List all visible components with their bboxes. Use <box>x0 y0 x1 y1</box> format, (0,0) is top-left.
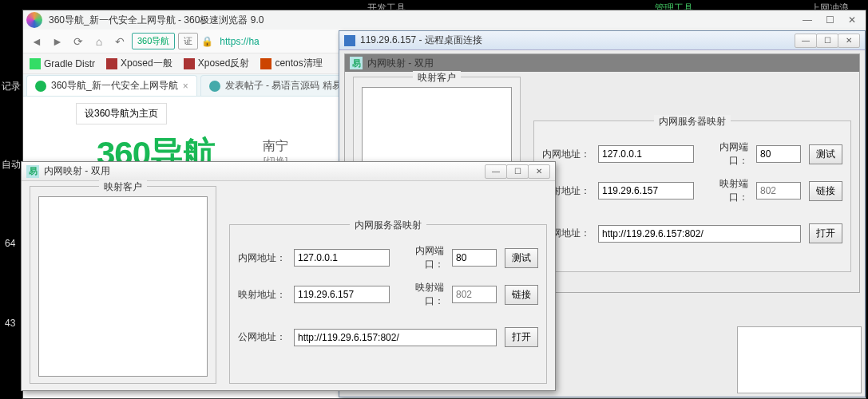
remote-link-button[interactable]: 链接 <box>809 181 842 201</box>
bookmark-item[interactable]: Xposed反射 <box>184 57 250 70</box>
bookmark-item[interactable]: centos清理 <box>260 57 322 70</box>
bg-left-label: 64 <box>5 238 15 249</box>
rdp-maximize-button[interactable]: ☐ <box>816 34 838 48</box>
forward-icon[interactable]: ► <box>49 33 66 50</box>
browser-title: 360导航_新一代安全上网导航 - 360极速浏览器 9.0 <box>49 14 795 27</box>
lbl-map-port: 映射端口： <box>702 177 748 204</box>
bookmark-icon <box>260 58 271 69</box>
local-form-row1: 内网地址： 内网端口： 测试 <box>238 244 538 271</box>
local-app-titlebar[interactable]: 易 内网映射 - 双用 — ☐ ✕ <box>22 162 555 181</box>
group-title: 内网服务器映射 <box>654 115 731 128</box>
bookmark-label: Gradle Distr <box>44 58 95 69</box>
local-open-button[interactable]: 打开 <box>505 327 538 347</box>
local-form-row3: 公网地址： 打开 <box>238 327 538 347</box>
addr-chip-cert[interactable]: 证 <box>178 33 198 49</box>
set-homepage-button[interactable]: 设360导航为主页 <box>76 103 167 124</box>
remote-form-row1: 内网地址： 内网端口： 测试 <box>542 140 842 168</box>
local-map-addr-input[interactable] <box>294 286 390 303</box>
remote-app-title: 内网映射 - 双用 <box>367 57 854 70</box>
undo-icon[interactable]: ↶ <box>111 33 129 50</box>
close-button[interactable]: ✕ <box>842 13 862 27</box>
browser-logo-icon <box>26 12 42 28</box>
city-name: 南宁 <box>263 138 288 155</box>
bookmark-item[interactable]: Xposed一般 <box>106 57 172 70</box>
bookmark-icon <box>184 58 195 69</box>
local-link-button[interactable]: 链接 <box>505 285 538 305</box>
local-app-title: 内网映射 - 双用 <box>44 164 481 178</box>
local-minimize-button[interactable]: — <box>485 164 507 179</box>
remote-pub-addr-input[interactable] <box>598 225 801 243</box>
addr-url[interactable]: https://ha <box>220 36 259 47</box>
remote-form-row2: 映射地址： 映射端口： 链接 <box>542 177 842 204</box>
bg-left-label: 自动 <box>2 158 21 172</box>
lbl-inner-port: 内网端口： <box>702 140 748 168</box>
browser-titlebar[interactable]: 360导航_新一代安全上网导航 - 360极速浏览器 9.0 — ☐ ✕ <box>23 10 866 30</box>
maximize-button[interactable]: ☐ <box>819 13 840 27</box>
reload-icon[interactable]: ⟳ <box>69 33 87 50</box>
remote-form-row3: 公网地址： 打开 <box>542 223 842 243</box>
bg-left-label: 记录 <box>2 80 21 93</box>
tab-active[interactable]: 360导航_新一代安全上网导航 × <box>26 75 197 96</box>
local-left-group: 映射客户 <box>30 186 216 384</box>
bookmark-label: Xposed反射 <box>198 57 250 70</box>
addr-chip-nav[interactable]: 360导航 <box>132 33 175 49</box>
rdp-title: 119.29.6.157 - 远程桌面连接 <box>360 34 791 47</box>
bookmark-item[interactable]: Gradle Distr <box>30 58 95 69</box>
rdp-minimize-button[interactable]: — <box>795 34 817 48</box>
tab-favicon <box>35 81 46 92</box>
local-test-button[interactable]: 测试 <box>505 248 538 268</box>
remote-app-titlebar[interactable]: 易 内网映射 - 双用 <box>345 54 859 72</box>
remote-inner-port-input[interactable] <box>756 145 801 163</box>
lbl-map-addr: 映射地址： <box>238 288 286 302</box>
rdp-titlebar[interactable]: 119.29.6.157 - 远程桌面连接 — ☐ ✕ <box>339 31 865 50</box>
home-icon[interactable]: ⌂ <box>90 33 108 50</box>
bookmark-icon <box>106 58 117 69</box>
local-close-button[interactable]: ✕ <box>528 164 550 179</box>
back-icon[interactable]: ◄ <box>28 33 46 50</box>
lbl-map-port: 映射端口： <box>398 281 444 308</box>
minimize-button[interactable]: — <box>797 13 818 27</box>
remote-inner-addr-input[interactable] <box>598 145 694 163</box>
bookmark-label: Xposed一般 <box>121 57 172 70</box>
extra-panel[interactable] <box>737 326 862 393</box>
yi-icon: 易 <box>350 57 363 69</box>
lbl-inner-port: 内网端口： <box>398 244 444 271</box>
remote-right-group: 内网服务器映射 内网地址： 内网端口： 测试 映射地址： 映射端口： <box>533 120 851 272</box>
local-right-group: 内网服务器映射 内网地址： 内网端口： 测试 映射地址： 映射端口： 链接 公网… <box>229 224 547 384</box>
tab-favicon <box>209 81 220 92</box>
local-inner-port-input[interactable] <box>452 249 497 267</box>
group-title: 映射客户 <box>413 71 461 85</box>
local-client-listbox[interactable] <box>38 196 208 377</box>
local-pub-addr-input[interactable] <box>294 329 497 346</box>
lock-icon: 🔒 <box>201 36 213 47</box>
rdp-icon <box>344 35 355 46</box>
group-title: 内网服务器映射 <box>350 219 426 232</box>
local-map-port-input[interactable] <box>452 286 497 303</box>
remote-open-button[interactable]: 打开 <box>809 223 842 243</box>
remote-test-button[interactable]: 测试 <box>809 144 842 164</box>
local-app-window: 易 内网映射 - 双用 — ☐ ✕ 映射客户 内网服务器映射 内网地址： 内网端… <box>21 161 556 391</box>
bg-left-label: 43 <box>5 318 15 329</box>
yi-icon: 易 <box>26 165 39 178</box>
rdp-close-button[interactable]: ✕ <box>838 34 860 48</box>
lbl-inner-addr: 内网地址： <box>238 251 286 265</box>
remote-map-port-input[interactable] <box>756 182 801 200</box>
local-inner-addr-input[interactable] <box>294 249 390 267</box>
lbl-inner-addr: 内网地址： <box>542 148 590 161</box>
local-form-row2: 映射地址： 映射端口： 链接 <box>238 281 538 308</box>
lbl-pub-addr: 公网地址： <box>238 330 286 344</box>
bookmark-icon <box>30 58 41 69</box>
tab-label: 360导航_新一代安全上网导航 <box>51 79 178 93</box>
tab-close-icon[interactable]: × <box>183 81 188 92</box>
group-title: 映射客户 <box>99 180 147 194</box>
bookmark-label: centos清理 <box>275 57 322 70</box>
local-maximize-button[interactable]: ☐ <box>506 164 529 179</box>
remote-map-addr-input[interactable] <box>598 182 694 200</box>
